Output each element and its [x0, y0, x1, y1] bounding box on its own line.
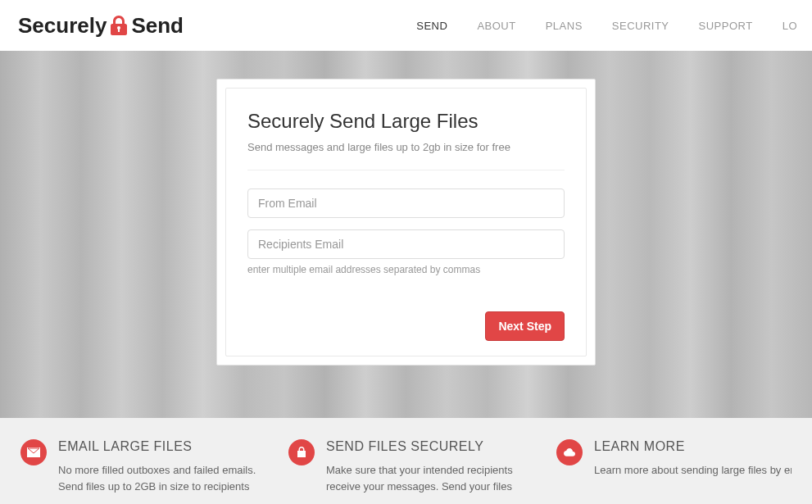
nav-login[interactable]: LO — [768, 20, 812, 32]
feature-desc: Make sure that your intended recipients … — [326, 462, 540, 494]
hero: Securely Send Large Files Send messages … — [0, 51, 812, 418]
feature-title: EMAIL LARGE FILES — [58, 439, 272, 454]
feature-title: SEND FILES SECURELY — [326, 439, 540, 454]
feature-desc: No more filled outboxes and failed email… — [58, 462, 272, 494]
next-step-button[interactable]: Next Step — [485, 311, 565, 341]
lock-icon — [108, 14, 129, 37]
send-card: Securely Send Large Files Send messages … — [216, 79, 596, 366]
nav: SEND ABOUT PLANS SECURITY SUPPORT LO — [401, 20, 812, 32]
header: Securely Send SEND ABOUT PLANS SECURITY … — [0, 0, 812, 51]
feature-content: LEARN MORE Learn more about sending larg… — [594, 439, 792, 479]
nav-about[interactable]: ABOUT — [462, 20, 530, 32]
logo[interactable]: Securely Send — [18, 13, 184, 39]
recipients-email-input[interactable] — [247, 229, 565, 259]
feature-secure: SEND FILES SECURELY Make sure that your … — [280, 439, 548, 504]
feature-title: LEARN MORE — [594, 439, 792, 454]
card-inner: Securely Send Large Files Send messages … — [225, 88, 587, 356]
logo-text-1: Securely — [18, 13, 107, 39]
nav-plans[interactable]: PLANS — [531, 20, 597, 32]
lock-small-icon — [288, 439, 315, 465]
from-email-input[interactable] — [247, 188, 565, 218]
feature-learn: LEARN MORE Learn more about sending larg… — [548, 439, 800, 504]
card-actions: Next Step — [247, 311, 565, 341]
envelope-icon — [20, 439, 47, 465]
helper-text: enter multiple email addresses separated… — [247, 264, 565, 275]
feature-content: EMAIL LARGE FILES No more filled outboxe… — [58, 439, 272, 494]
svg-rect-1 — [118, 29, 120, 32]
nav-send[interactable]: SEND — [401, 20, 462, 32]
feature-content: SEND FILES SECURELY Make sure that your … — [326, 439, 540, 494]
logo-text-2: Send — [131, 13, 184, 39]
divider — [247, 170, 565, 170]
features-section: EMAIL LARGE FILES No more filled outboxe… — [0, 418, 812, 504]
feature-email: EMAIL LARGE FILES No more filled outboxe… — [12, 439, 280, 504]
nav-support[interactable]: SUPPORT — [684, 20, 768, 32]
cloud-icon — [556, 439, 583, 465]
card-subtitle: Send messages and large files up to 2gb … — [247, 141, 565, 153]
nav-security[interactable]: SECURITY — [597, 20, 684, 32]
card-title: Securely Send Large Files — [247, 110, 565, 133]
feature-desc: Learn more about sending large files by … — [594, 462, 792, 479]
